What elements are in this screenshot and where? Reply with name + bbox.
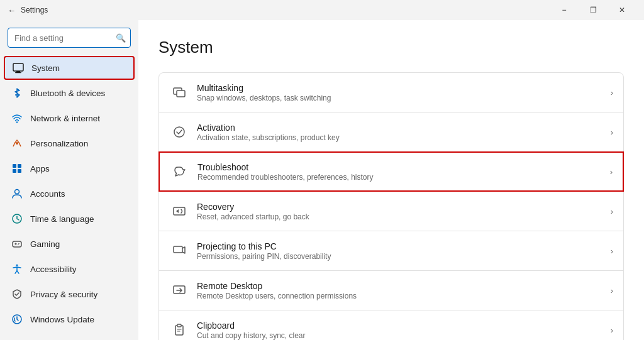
chevron-icon-clipboard: › bbox=[611, 326, 613, 335]
content-area: System Multitasking Snap windows, deskto… bbox=[138, 20, 644, 340]
accessibility-icon bbox=[11, 263, 23, 275]
sidebar-label-system: System bbox=[31, 63, 60, 73]
sidebar-item-network[interactable]: Network & internet bbox=[4, 106, 135, 130]
multitasking-icon bbox=[169, 85, 189, 99]
accounts-icon bbox=[11, 188, 23, 199]
search-container: 🔍 bbox=[8, 28, 131, 48]
sidebar-item-gaming[interactable]: Gaming bbox=[4, 232, 135, 256]
projecting-icon bbox=[169, 244, 189, 258]
minimize-button[interactable]: − bbox=[550, 0, 579, 20]
svg-rect-5 bbox=[13, 164, 16, 168]
svg-point-12 bbox=[18, 243, 19, 244]
sidebar-label-personalization: Personalization bbox=[30, 139, 88, 148]
svg-rect-20 bbox=[174, 246, 182, 253]
titlebar: ← Settings − ❐ ✕ bbox=[0, 0, 644, 20]
svg-rect-17 bbox=[177, 90, 185, 97]
item-subtitle-troubleshoot: Recommended troubleshooters, preferences… bbox=[197, 173, 610, 182]
restore-button[interactable]: ❐ bbox=[579, 0, 608, 20]
svg-point-9 bbox=[15, 190, 19, 194]
sidebar-label-bluetooth: Bluetooth & devices bbox=[30, 89, 105, 98]
sidebar-item-time[interactable]: Time & language bbox=[4, 207, 135, 231]
settings-item-recovery[interactable]: Recovery Reset, advanced startup, go bac… bbox=[158, 191, 624, 231]
gaming-icon bbox=[11, 238, 23, 250]
chevron-icon-projecting: › bbox=[611, 246, 613, 256]
titlebar-controls: − ❐ ✕ bbox=[550, 0, 636, 20]
search-icon: 🔍 bbox=[116, 33, 126, 43]
item-subtitle-projecting: Permissions, pairing PIN, discoverabilit… bbox=[197, 252, 611, 261]
svg-rect-8 bbox=[18, 169, 21, 173]
svg-rect-19 bbox=[174, 207, 185, 215]
svg-rect-2 bbox=[15, 72, 21, 73]
svg-point-4 bbox=[16, 142, 18, 145]
settings-item-activation[interactable]: Activation Activation state, subscriptio… bbox=[158, 112, 624, 152]
item-subtitle-recovery: Reset, advanced startup, go back bbox=[197, 212, 611, 221]
chevron-icon-recovery: › bbox=[611, 207, 613, 216]
titlebar-left: ← Settings bbox=[8, 6, 48, 15]
sidebar-label-time: Time & language bbox=[30, 214, 94, 224]
privacy-icon bbox=[11, 288, 23, 300]
sidebar-label-gaming: Gaming bbox=[30, 239, 60, 249]
item-title-troubleshoot: Troubleshoot bbox=[197, 162, 610, 172]
sidebar-label-accessibility: Accessibility bbox=[30, 265, 77, 274]
item-subtitle-clipboard: Cut and copy history, sync, clear bbox=[197, 331, 611, 340]
troubleshoot-icon bbox=[170, 165, 190, 178]
item-title-multitasking: Multitasking bbox=[197, 83, 611, 93]
settings-item-remote-desktop[interactable]: Remote Desktop Remote Desktop users, con… bbox=[158, 270, 624, 310]
activation-icon bbox=[169, 125, 189, 139]
remote-desktop-icon bbox=[169, 283, 189, 297]
item-title-recovery: Recovery bbox=[197, 202, 611, 212]
item-title-remote-desktop: Remote Desktop bbox=[197, 281, 611, 291]
sidebar-item-system[interactable]: System bbox=[4, 56, 135, 80]
settings-item-clipboard[interactable]: Clipboard Cut and copy history, sync, cl… bbox=[158, 310, 624, 340]
time-icon bbox=[11, 213, 23, 224]
sidebar-item-apps[interactable]: Apps bbox=[4, 156, 135, 180]
item-text-recovery: Recovery Reset, advanced startup, go bac… bbox=[189, 202, 611, 221]
network-icon bbox=[11, 112, 23, 124]
settings-item-multitasking[interactable]: Multitasking Snap windows, desktops, tas… bbox=[158, 72, 624, 112]
svg-point-18 bbox=[174, 127, 184, 137]
sidebar-label-network: Network & internet bbox=[30, 114, 100, 123]
item-text-multitasking: Multitasking Snap windows, desktops, tas… bbox=[189, 83, 611, 102]
personalization-icon bbox=[11, 138, 23, 149]
search-input[interactable] bbox=[8, 28, 131, 48]
page-title: System bbox=[158, 38, 624, 57]
item-subtitle-remote-desktop: Remote Desktop users, connection permiss… bbox=[197, 292, 611, 300]
item-text-clipboard: Clipboard Cut and copy history, sync, cl… bbox=[189, 321, 611, 340]
settings-item-projecting[interactable]: Projecting to this PC Permissions, pairi… bbox=[158, 231, 624, 271]
sidebar-label-windows-update: Windows Update bbox=[30, 315, 94, 324]
item-subtitle-activation: Activation state, subscriptions, product… bbox=[197, 133, 611, 142]
svg-point-14 bbox=[16, 265, 18, 266]
back-icon[interactable]: ← bbox=[8, 6, 16, 15]
clipboard-icon bbox=[169, 323, 189, 337]
sidebar-item-personalization[interactable]: Personalization bbox=[4, 131, 135, 155]
chevron-icon-activation: › bbox=[611, 128, 613, 137]
titlebar-title: Settings bbox=[21, 6, 48, 14]
sidebar-item-windows-update[interactable]: Windows Update bbox=[4, 307, 135, 331]
chevron-icon-remote-desktop: › bbox=[611, 286, 613, 295]
item-subtitle-multitasking: Snap windows, desktops, task switching bbox=[197, 94, 611, 102]
svg-point-13 bbox=[18, 244, 19, 245]
sidebar: 🔍 System Bluetooth & devices bbox=[0, 20, 138, 340]
item-title-clipboard: Clipboard bbox=[197, 321, 611, 331]
sidebar-label-accounts: Accounts bbox=[30, 189, 65, 199]
settings-item-troubleshoot[interactable]: Troubleshoot Recommended troubleshooters… bbox=[158, 151, 624, 192]
svg-rect-23 bbox=[177, 324, 181, 327]
close-button[interactable]: ✕ bbox=[608, 0, 636, 20]
app-body: 🔍 System Bluetooth & devices bbox=[0, 20, 644, 340]
recovery-icon bbox=[169, 204, 189, 218]
sidebar-label-apps: Apps bbox=[30, 164, 50, 173]
item-title-projecting: Projecting to this PC bbox=[197, 241, 611, 251]
sidebar-item-accessibility[interactable]: Accessibility bbox=[4, 257, 135, 281]
svg-rect-1 bbox=[16, 71, 20, 72]
item-text-projecting: Projecting to this PC Permissions, pairi… bbox=[189, 241, 611, 261]
sidebar-item-accounts[interactable]: Accounts bbox=[4, 182, 135, 206]
svg-rect-0 bbox=[13, 63, 23, 71]
item-text-remote-desktop: Remote Desktop Remote Desktop users, con… bbox=[189, 281, 611, 300]
sidebar-item-bluetooth[interactable]: Bluetooth & devices bbox=[4, 81, 135, 105]
sidebar-item-privacy[interactable]: Privacy & security bbox=[4, 282, 135, 306]
svg-rect-11 bbox=[13, 241, 21, 247]
item-text-troubleshoot: Troubleshoot Recommended troubleshooters… bbox=[190, 162, 610, 182]
svg-rect-7 bbox=[13, 169, 16, 173]
item-title-activation: Activation bbox=[197, 123, 611, 133]
sidebar-label-privacy: Privacy & security bbox=[30, 290, 97, 299]
